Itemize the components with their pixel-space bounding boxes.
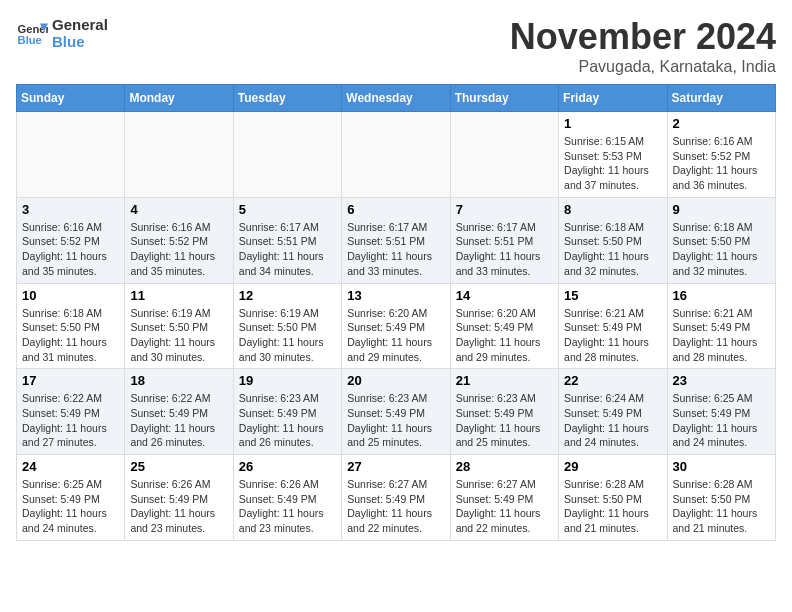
day-number: 11 — [130, 288, 227, 303]
day-info: Sunrise: 6:20 AM Sunset: 5:49 PM Dayligh… — [456, 306, 553, 365]
calendar-day-cell: 12Sunrise: 6:19 AM Sunset: 5:50 PM Dayli… — [233, 283, 341, 369]
calendar-day-cell: 9Sunrise: 6:18 AM Sunset: 5:50 PM Daylig… — [667, 197, 775, 283]
day-info: Sunrise: 6:22 AM Sunset: 5:49 PM Dayligh… — [22, 391, 119, 450]
calendar-day-cell — [17, 112, 125, 198]
day-info: Sunrise: 6:18 AM Sunset: 5:50 PM Dayligh… — [22, 306, 119, 365]
day-of-week-header: Thursday — [450, 85, 558, 112]
day-of-week-header: Tuesday — [233, 85, 341, 112]
day-of-week-header: Saturday — [667, 85, 775, 112]
calendar-day-cell — [233, 112, 341, 198]
day-number: 26 — [239, 459, 336, 474]
day-number: 29 — [564, 459, 661, 474]
day-info: Sunrise: 6:23 AM Sunset: 5:49 PM Dayligh… — [347, 391, 444, 450]
calendar-day-cell: 24Sunrise: 6:25 AM Sunset: 5:49 PM Dayli… — [17, 455, 125, 541]
day-number: 18 — [130, 373, 227, 388]
day-info: Sunrise: 6:25 AM Sunset: 5:49 PM Dayligh… — [673, 391, 770, 450]
calendar-day-cell: 25Sunrise: 6:26 AM Sunset: 5:49 PM Dayli… — [125, 455, 233, 541]
day-number: 25 — [130, 459, 227, 474]
logo-general: General — [52, 16, 108, 33]
day-of-week-header: Friday — [559, 85, 667, 112]
calendar-day-cell: 3Sunrise: 6:16 AM Sunset: 5:52 PM Daylig… — [17, 197, 125, 283]
day-number: 9 — [673, 202, 770, 217]
day-number: 24 — [22, 459, 119, 474]
day-number: 22 — [564, 373, 661, 388]
calendar-day-cell: 22Sunrise: 6:24 AM Sunset: 5:49 PM Dayli… — [559, 369, 667, 455]
header: General Blue General Blue November 2024 … — [16, 16, 776, 76]
calendar-day-cell — [342, 112, 450, 198]
calendar-day-cell — [450, 112, 558, 198]
day-number: 15 — [564, 288, 661, 303]
calendar-day-cell: 16Sunrise: 6:21 AM Sunset: 5:49 PM Dayli… — [667, 283, 775, 369]
day-number: 2 — [673, 116, 770, 131]
day-info: Sunrise: 6:27 AM Sunset: 5:49 PM Dayligh… — [347, 477, 444, 536]
day-number: 13 — [347, 288, 444, 303]
day-number: 8 — [564, 202, 661, 217]
calendar-week-row: 24Sunrise: 6:25 AM Sunset: 5:49 PM Dayli… — [17, 455, 776, 541]
calendar-day-cell: 15Sunrise: 6:21 AM Sunset: 5:49 PM Dayli… — [559, 283, 667, 369]
calendar-day-cell: 8Sunrise: 6:18 AM Sunset: 5:50 PM Daylig… — [559, 197, 667, 283]
day-info: Sunrise: 6:23 AM Sunset: 5:49 PM Dayligh… — [456, 391, 553, 450]
day-number: 7 — [456, 202, 553, 217]
day-info: Sunrise: 6:16 AM Sunset: 5:52 PM Dayligh… — [130, 220, 227, 279]
calendar-day-cell: 1Sunrise: 6:15 AM Sunset: 5:53 PM Daylig… — [559, 112, 667, 198]
calendar-day-cell: 17Sunrise: 6:22 AM Sunset: 5:49 PM Dayli… — [17, 369, 125, 455]
calendar-day-cell — [125, 112, 233, 198]
day-info: Sunrise: 6:26 AM Sunset: 5:49 PM Dayligh… — [239, 477, 336, 536]
day-info: Sunrise: 6:17 AM Sunset: 5:51 PM Dayligh… — [347, 220, 444, 279]
day-info: Sunrise: 6:15 AM Sunset: 5:53 PM Dayligh… — [564, 134, 661, 193]
day-number: 20 — [347, 373, 444, 388]
day-number: 6 — [347, 202, 444, 217]
day-info: Sunrise: 6:16 AM Sunset: 5:52 PM Dayligh… — [22, 220, 119, 279]
calendar-day-cell: 2Sunrise: 6:16 AM Sunset: 5:52 PM Daylig… — [667, 112, 775, 198]
day-info: Sunrise: 6:23 AM Sunset: 5:49 PM Dayligh… — [239, 391, 336, 450]
day-info: Sunrise: 6:18 AM Sunset: 5:50 PM Dayligh… — [564, 220, 661, 279]
calendar-day-cell: 6Sunrise: 6:17 AM Sunset: 5:51 PM Daylig… — [342, 197, 450, 283]
day-number: 23 — [673, 373, 770, 388]
day-info: Sunrise: 6:24 AM Sunset: 5:49 PM Dayligh… — [564, 391, 661, 450]
calendar-day-cell: 18Sunrise: 6:22 AM Sunset: 5:49 PM Dayli… — [125, 369, 233, 455]
day-info: Sunrise: 6:17 AM Sunset: 5:51 PM Dayligh… — [239, 220, 336, 279]
logo: General Blue General Blue — [16, 16, 108, 50]
day-info: Sunrise: 6:22 AM Sunset: 5:49 PM Dayligh… — [130, 391, 227, 450]
calendar-week-row: 3Sunrise: 6:16 AM Sunset: 5:52 PM Daylig… — [17, 197, 776, 283]
calendar-day-cell: 23Sunrise: 6:25 AM Sunset: 5:49 PM Dayli… — [667, 369, 775, 455]
day-info: Sunrise: 6:28 AM Sunset: 5:50 PM Dayligh… — [564, 477, 661, 536]
calendar-day-cell: 21Sunrise: 6:23 AM Sunset: 5:49 PM Dayli… — [450, 369, 558, 455]
calendar-day-cell: 26Sunrise: 6:26 AM Sunset: 5:49 PM Dayli… — [233, 455, 341, 541]
month-title: November 2024 — [510, 16, 776, 58]
day-info: Sunrise: 6:26 AM Sunset: 5:49 PM Dayligh… — [130, 477, 227, 536]
calendar-table: SundayMondayTuesdayWednesdayThursdayFrid… — [16, 84, 776, 541]
calendar-day-cell: 30Sunrise: 6:28 AM Sunset: 5:50 PM Dayli… — [667, 455, 775, 541]
day-number: 5 — [239, 202, 336, 217]
day-info: Sunrise: 6:28 AM Sunset: 5:50 PM Dayligh… — [673, 477, 770, 536]
location: Pavugada, Karnataka, India — [510, 58, 776, 76]
day-number: 19 — [239, 373, 336, 388]
calendar-day-cell: 20Sunrise: 6:23 AM Sunset: 5:49 PM Dayli… — [342, 369, 450, 455]
day-number: 1 — [564, 116, 661, 131]
day-number: 27 — [347, 459, 444, 474]
day-number: 21 — [456, 373, 553, 388]
day-number: 30 — [673, 459, 770, 474]
day-info: Sunrise: 6:21 AM Sunset: 5:49 PM Dayligh… — [673, 306, 770, 365]
calendar-day-cell: 19Sunrise: 6:23 AM Sunset: 5:49 PM Dayli… — [233, 369, 341, 455]
calendar-day-cell: 7Sunrise: 6:17 AM Sunset: 5:51 PM Daylig… — [450, 197, 558, 283]
svg-text:Blue: Blue — [18, 34, 42, 46]
day-info: Sunrise: 6:16 AM Sunset: 5:52 PM Dayligh… — [673, 134, 770, 193]
day-info: Sunrise: 6:18 AM Sunset: 5:50 PM Dayligh… — [673, 220, 770, 279]
calendar-day-cell: 29Sunrise: 6:28 AM Sunset: 5:50 PM Dayli… — [559, 455, 667, 541]
day-number: 14 — [456, 288, 553, 303]
calendar-day-cell: 11Sunrise: 6:19 AM Sunset: 5:50 PM Dayli… — [125, 283, 233, 369]
day-info: Sunrise: 6:19 AM Sunset: 5:50 PM Dayligh… — [239, 306, 336, 365]
logo-blue: Blue — [52, 33, 108, 50]
calendar-day-cell: 13Sunrise: 6:20 AM Sunset: 5:49 PM Dayli… — [342, 283, 450, 369]
calendar-week-row: 10Sunrise: 6:18 AM Sunset: 5:50 PM Dayli… — [17, 283, 776, 369]
calendar-header-row: SundayMondayTuesdayWednesdayThursdayFrid… — [17, 85, 776, 112]
calendar-day-cell: 10Sunrise: 6:18 AM Sunset: 5:50 PM Dayli… — [17, 283, 125, 369]
day-number: 16 — [673, 288, 770, 303]
day-number: 28 — [456, 459, 553, 474]
day-number: 17 — [22, 373, 119, 388]
day-number: 12 — [239, 288, 336, 303]
day-info: Sunrise: 6:21 AM Sunset: 5:49 PM Dayligh… — [564, 306, 661, 365]
day-info: Sunrise: 6:19 AM Sunset: 5:50 PM Dayligh… — [130, 306, 227, 365]
day-of-week-header: Sunday — [17, 85, 125, 112]
